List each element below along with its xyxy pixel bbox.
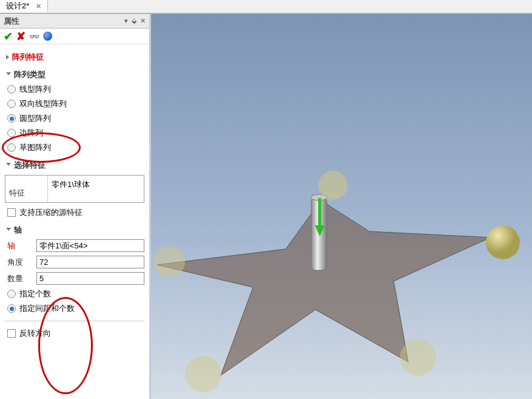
tab-close-icon[interactable]: ✕ bbox=[36, 2, 41, 10]
angle-input[interactable] bbox=[36, 256, 144, 268]
properties-panel: 属性 ▾ ⬙ ✕ ✔ ✘ 👓 阵列特征 bbox=[0, 14, 151, 399]
feature-selection-box[interactable]: 特征 零件1\球体 bbox=[5, 175, 144, 203]
appearance-icon[interactable] bbox=[43, 32, 52, 41]
feature-value: 零件1\球体 bbox=[48, 176, 144, 202]
axis-label: 轴 bbox=[7, 240, 34, 251]
section-select-feature[interactable]: 选择特征 bbox=[4, 159, 146, 172]
pattern-sphere bbox=[400, 339, 436, 376]
option-support-compressed[interactable]: 支持压缩的源特征 bbox=[4, 205, 146, 220]
panel-pin-icon[interactable]: ⬙ bbox=[132, 17, 136, 25]
panel-dropdown-icon[interactable]: ▾ bbox=[124, 17, 128, 25]
expand-icon bbox=[6, 228, 11, 233]
viewport-3d[interactable] bbox=[151, 14, 532, 399]
cancel-icon[interactable]: ✘ bbox=[16, 30, 25, 43]
option-sketch[interactable]: 草图阵列 bbox=[4, 140, 146, 155]
feature-label: 特征 bbox=[5, 176, 48, 202]
option-specify-count[interactable]: 指定个数 bbox=[4, 287, 146, 301]
section-pattern-type[interactable]: 阵列类型 bbox=[4, 68, 146, 82]
expand-icon bbox=[6, 163, 11, 168]
document-tab-bar: 设计2* ✕ bbox=[0, 0, 532, 13]
expand-icon bbox=[6, 72, 11, 78]
pattern-sphere bbox=[185, 356, 221, 392]
collapse-icon bbox=[6, 55, 9, 60]
count-input[interactable] bbox=[36, 272, 144, 285]
panel-close-icon[interactable]: ✕ bbox=[140, 17, 146, 25]
option-reverse-direction[interactable]: 反转方向 bbox=[4, 326, 146, 341]
tab-label: 设计2* bbox=[6, 1, 29, 12]
glasses-icon[interactable]: 👓 bbox=[29, 32, 39, 41]
pattern-sphere bbox=[153, 246, 185, 278]
axis-input[interactable] bbox=[36, 239, 144, 252]
pattern-sphere bbox=[486, 225, 520, 259]
section-axis[interactable]: 轴 bbox=[4, 223, 146, 237]
option-edge[interactable]: 边阵列 bbox=[4, 126, 146, 140]
option-specify-pitch-count[interactable]: 指定间距和个数 bbox=[4, 301, 146, 316]
model-canvas bbox=[151, 14, 532, 399]
angle-label: 角度 bbox=[7, 257, 34, 268]
option-bidir[interactable]: 双向线型阵列 bbox=[4, 97, 146, 111]
option-linear[interactable]: 线型阵列 bbox=[4, 82, 146, 97]
pattern-sphere bbox=[318, 171, 348, 200]
panel-toolbar: ✔ ✘ 👓 bbox=[0, 29, 149, 44]
count-label: 数量 bbox=[7, 273, 34, 284]
section-pattern-feature[interactable]: 阵列特征 bbox=[4, 50, 146, 64]
document-tab[interactable]: 设计2* ✕ bbox=[0, 0, 48, 12]
confirm-icon[interactable]: ✔ bbox=[4, 30, 13, 43]
option-circular[interactable]: 圆型阵列 bbox=[4, 111, 146, 126]
panel-title: 属性 bbox=[4, 16, 19, 27]
